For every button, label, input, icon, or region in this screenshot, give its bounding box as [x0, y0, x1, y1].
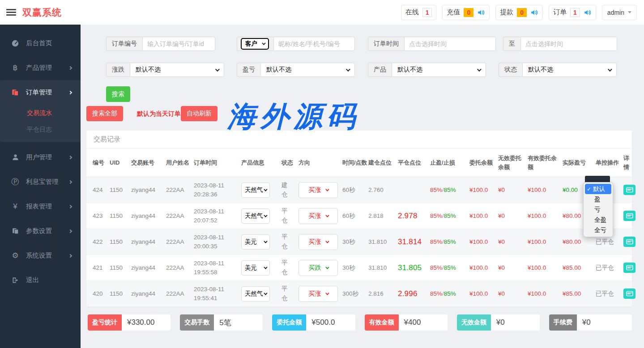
- updown-select[interactable]: 默认不选: [130, 63, 224, 77]
- cell-detail: [623, 185, 635, 195]
- copy-icon: [11, 227, 20, 235]
- stat-recharge[interactable]: 充值 0: [442, 5, 490, 20]
- filter-product: 产品 默认不选: [368, 63, 486, 77]
- detail-button[interactable]: [623, 263, 635, 273]
- product-select[interactable]: 天然气: [241, 286, 270, 301]
- topbar-right: 在线 1 充值 0 提款 0 订单 1 admin: [401, 5, 637, 20]
- stat-recharge-value: 0: [464, 8, 473, 17]
- cell-stop-profit-loss: 85%/85%: [430, 212, 469, 219]
- sidebar-item-reports[interactable]: ¥ 报表管理: [0, 194, 81, 219]
- cell-open-point: 2.818: [368, 212, 397, 219]
- stat-online[interactable]: 在线 1: [401, 5, 437, 20]
- cell-id: 424: [93, 187, 109, 193]
- cell-open-point: 2.816: [368, 290, 397, 297]
- sidebar-item-orders[interactable]: 订单管理: [0, 80, 81, 105]
- detail-button[interactable]: [623, 289, 635, 299]
- customer-select[interactable]: 客户: [241, 38, 269, 50]
- cell-detail: [623, 289, 635, 299]
- cell-account: ziyang44: [131, 212, 165, 219]
- cell-invalid-entrust: ¥0: [498, 264, 527, 271]
- profitloss-select[interactable]: 默认不选: [260, 63, 355, 77]
- product-label: 产品: [368, 63, 392, 77]
- sidebar-item-products[interactable]: ฿ 产品管理: [0, 55, 81, 80]
- stat-withdraw[interactable]: 提款 0: [495, 5, 543, 20]
- dropdown-option-win[interactable]: 盈: [585, 194, 611, 204]
- customer-input[interactable]: [273, 37, 355, 51]
- cell-direction: 买涨: [299, 234, 341, 250]
- summary-invalid-amount: 无效金额 ¥0: [457, 314, 540, 331]
- order-no-label: 订单编号: [106, 37, 142, 51]
- sidebar-item-parameters[interactable]: 参数设置: [0, 219, 81, 243]
- search-button[interactable]: 搜索: [106, 86, 130, 102]
- cell-stop-profit-loss: 85%/85%: [430, 238, 469, 245]
- cell-name: 222AA: [166, 264, 193, 271]
- time-start-input[interactable]: [404, 37, 496, 51]
- files-icon: [11, 89, 20, 97]
- dropdown-option-all-win[interactable]: 全盈: [585, 215, 611, 225]
- customer-select-value: 客户: [245, 40, 257, 48]
- status-label: 状态: [499, 63, 522, 77]
- sidebar-subitem-trade-flow[interactable]: 交易流水: [0, 105, 81, 121]
- hamburger-menu-icon[interactable]: [6, 8, 16, 17]
- filter-status: 状态 默认不选: [499, 63, 617, 77]
- cell-control-status: 已平仓: [596, 290, 623, 298]
- table-row: 423 1150 ziyang44 222AA 2023-08-1120:07:…: [86, 203, 632, 229]
- order-no-input[interactable]: [142, 37, 215, 51]
- sidebar-item-users[interactable]: 用户管理: [0, 145, 81, 170]
- cell-id: 420: [93, 290, 109, 297]
- cell-detail: [623, 211, 635, 221]
- direction-select[interactable]: 买涨: [299, 286, 338, 302]
- search-all-button[interactable]: 搜索全部: [86, 106, 123, 121]
- topbar: 双赢系统 在线 1 充值 0 提款 0 订单 1 admin: [0, 0, 644, 25]
- cell-order-time: 2023-08-1120:00:35: [194, 233, 240, 250]
- cell-actual-profit: ¥80.00: [563, 238, 595, 245]
- sidebar-subitem-close-log[interactable]: 平仓日志: [0, 121, 81, 138]
- detail-button[interactable]: [623, 211, 635, 221]
- speaker-icon[interactable]: [477, 8, 485, 17]
- chevron-down-icon: [325, 265, 329, 269]
- detail-button[interactable]: [623, 237, 635, 247]
- product-filter-select[interactable]: 默认不选: [392, 63, 486, 77]
- product-select[interactable]: 天然气: [241, 208, 270, 224]
- direction-select[interactable]: 买涨: [299, 234, 338, 250]
- sidebar-item-system[interactable]: ⚙ 系统设置: [0, 243, 81, 268]
- time-end-input[interactable]: [520, 37, 617, 51]
- cell-id: 422: [93, 238, 109, 245]
- status-filter-select[interactable]: 默认不选: [522, 63, 617, 77]
- cell-close-point: 31.814: [398, 238, 429, 246]
- filter-customer: 客户: [237, 37, 355, 51]
- stat-orders[interactable]: 订单 1: [549, 5, 596, 20]
- direction-select[interactable]: 买跌: [299, 260, 338, 276]
- stat-orders-value: 1: [570, 8, 580, 17]
- cell-entrust-balance: ¥100.0: [469, 264, 497, 271]
- speaker-icon[interactable]: [584, 8, 592, 17]
- sidebar-item-interest[interactable]: Ⓟ 利息宝管理: [0, 170, 81, 194]
- product-select[interactable]: 美元: [241, 260, 270, 276]
- summary-profit-total: 盈亏统计 ¥330.00: [88, 314, 171, 331]
- chevron-down-icon: [264, 291, 267, 295]
- direction-select[interactable]: 买涨: [299, 208, 338, 224]
- direction-select[interactable]: 买涨: [299, 182, 338, 198]
- dropdown-option-all-lose[interactable]: 全亏: [585, 225, 611, 235]
- cell-status: 平仓: [281, 233, 298, 251]
- chevron-down-icon: [262, 41, 265, 45]
- product-select[interactable]: 美元: [241, 234, 270, 250]
- cell-order-time: 2023-08-1119:55:58: [194, 259, 240, 276]
- auto-refresh-button[interactable]: 自动刷新: [181, 106, 218, 121]
- card-icon: [626, 265, 633, 271]
- sidebar-item-logout[interactable]: 退出: [0, 268, 81, 293]
- dropdown-option-lose[interactable]: 亏: [585, 204, 611, 215]
- chevron-right-icon: [68, 180, 72, 183]
- logout-icon: [11, 276, 20, 284]
- speaker-icon[interactable]: [530, 8, 538, 17]
- cell-entrust-balance: ¥100.0: [469, 212, 497, 219]
- user-menu[interactable]: admin: [602, 5, 637, 20]
- detail-button[interactable]: [623, 185, 635, 195]
- product-select[interactable]: 天然气: [241, 182, 270, 198]
- dropdown-option-default[interactable]: ✓ 默认: [585, 184, 611, 194]
- cell-status: 平仓: [281, 207, 298, 225]
- cell-account: ziyang44: [131, 238, 165, 245]
- cell-duration: 30秒: [342, 264, 367, 272]
- sidebar-item-dashboard[interactable]: 后台首页: [0, 31, 81, 55]
- summary-trade-count: 交易手数 5笔: [180, 314, 263, 331]
